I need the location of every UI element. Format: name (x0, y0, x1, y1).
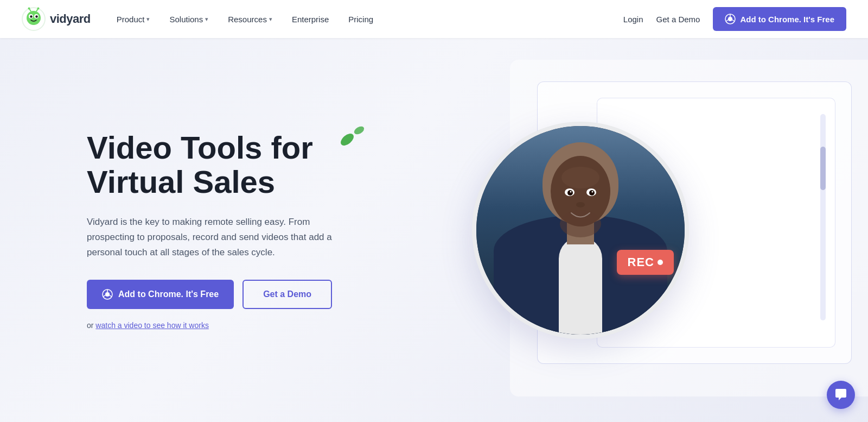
nav-enterprise[interactable]: Enterprise (283, 10, 337, 28)
chevron-down-icon: ▾ (269, 16, 272, 23)
rec-dot-icon (658, 260, 663, 265)
svg-point-8 (28, 8, 30, 10)
leaf-decoration-icon (336, 121, 369, 148)
svg-point-30 (592, 191, 593, 192)
hero-content: Video Tools for Virtual Sales Vidyard is… (0, 130, 336, 330)
nav-add-chrome-button[interactable]: Add to Chrome. It's Free (713, 7, 846, 31)
person-shirt-inner (559, 237, 602, 335)
hero-add-chrome-button[interactable]: Add to Chrome. It's Free (87, 280, 234, 309)
hero-watch-text: or watch a video to see how it works (87, 321, 336, 330)
vidyard-logo-icon (22, 7, 46, 31)
chevron-down-icon: ▾ (205, 16, 208, 23)
svg-point-16 (339, 131, 356, 147)
hero-get-demo-button[interactable]: Get a Demo (242, 280, 332, 309)
chat-bubble-icon (834, 388, 848, 402)
svg-point-29 (570, 191, 572, 192)
nav-solutions[interactable]: Solutions ▾ (161, 10, 217, 28)
svg-point-27 (567, 190, 573, 196)
svg-line-22 (104, 295, 106, 297)
svg-point-19 (105, 292, 110, 297)
video-circle: REC (472, 122, 689, 339)
chrome-shield-icon (725, 14, 736, 24)
svg-point-28 (589, 190, 595, 196)
svg-point-5 (30, 15, 32, 17)
scrollbar-thumb (820, 147, 826, 190)
hero-section: Video Tools for Virtual Sales Vidyard is… (0, 38, 868, 422)
get-demo-link[interactable]: Get a Demo (656, 15, 700, 24)
nav-pricing[interactable]: Pricing (340, 10, 382, 28)
rec-badge: REC (617, 250, 674, 275)
hero-subtitle: Vidyard is the key to making remote sell… (87, 215, 336, 260)
person-background (476, 126, 685, 335)
svg-point-24 (561, 167, 599, 188)
chat-widget[interactable] (827, 381, 855, 409)
svg-point-12 (728, 17, 732, 21)
hero-title: Video Tools for Virtual Sales (87, 130, 336, 200)
watch-video-link[interactable]: watch a video to see how it works (95, 321, 209, 330)
navbar: vidyard Product ▾ Solutions ▾ Resources … (0, 0, 868, 38)
scrollbar-track (820, 114, 826, 320)
svg-line-21 (109, 295, 112, 297)
chevron-down-icon: ▾ (146, 16, 150, 23)
hero-buttons: Add to Chrome. It's Free Get a Demo (87, 280, 336, 309)
svg-point-17 (353, 124, 365, 135)
nav-right: Login Get a Demo Add to Chrome. It's Fre… (623, 7, 846, 31)
logo[interactable]: vidyard (22, 7, 91, 31)
svg-point-31 (576, 202, 585, 207)
svg-point-10 (37, 8, 40, 10)
chrome-shield-icon-hero (102, 289, 113, 300)
svg-point-6 (35, 15, 37, 17)
person-face-svg (540, 153, 621, 240)
hero-right-illustration: REC (445, 38, 868, 422)
svg-line-14 (732, 20, 735, 21)
svg-point-32 (560, 210, 601, 237)
nav-product[interactable]: Product ▾ (108, 10, 159, 28)
login-link[interactable]: Login (623, 15, 643, 24)
svg-line-15 (726, 20, 729, 21)
logo-text: vidyard (50, 12, 91, 26)
nav-resources[interactable]: Resources ▾ (219, 10, 281, 28)
svg-point-2 (27, 11, 41, 25)
nav-links: Product ▾ Solutions ▾ Resources ▾ Enterp… (108, 10, 623, 28)
